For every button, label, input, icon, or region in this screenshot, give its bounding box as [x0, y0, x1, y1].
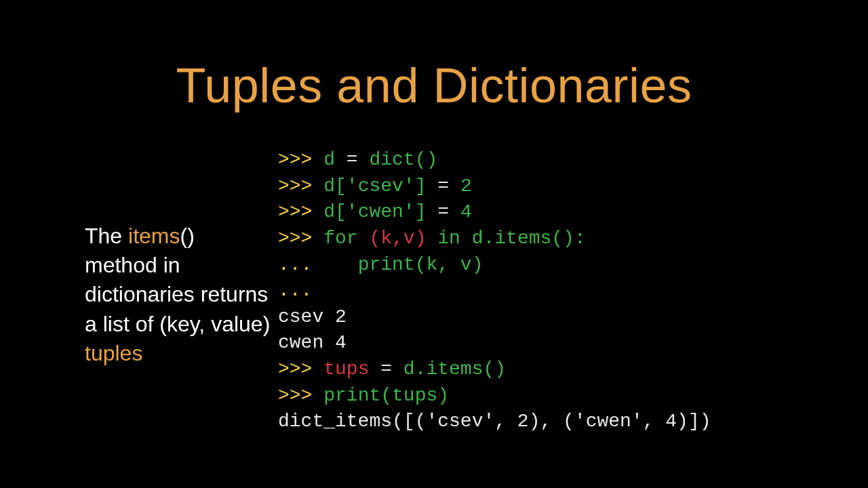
prompt: >>> — [278, 201, 323, 222]
code-token: 2 — [460, 176, 472, 197]
prompt: >>> — [278, 385, 323, 406]
code-token: dict() — [369, 149, 437, 170]
code-token: d.items() — [403, 359, 506, 380]
prompt: ... — [278, 254, 358, 275]
desc-tuples: tuples — [85, 341, 142, 365]
code-token: in — [426, 228, 471, 249]
code-token: tups — [323, 359, 369, 380]
description-text: The items() method in dictionaries retur… — [85, 222, 271, 368]
code-token: d.items(): — [472, 228, 586, 249]
code-block: >>> d = dict() >>> d['csev'] = 2 >>> d['… — [278, 147, 868, 435]
prompt: ... — [278, 280, 312, 301]
code-token: 4 — [460, 201, 472, 222]
code-token: = — [369, 359, 403, 380]
slide: Tuples and Dictionaries The items() meth… — [0, 0, 868, 488]
desc-part1: The — [85, 224, 128, 248]
prompt: >>> — [278, 176, 323, 197]
code-token: = — [426, 176, 460, 197]
code-column: >>> d = dict() >>> d['csev'] = 2 >>> d['… — [271, 147, 868, 435]
code-token: (k,v) — [369, 228, 426, 249]
code-token: = — [426, 201, 460, 222]
prompt: >>> — [278, 228, 323, 249]
code-output: cwen 4 — [278, 332, 347, 353]
code-token: d['cwen'] — [323, 201, 426, 222]
prompt: >>> — [278, 359, 323, 380]
description-column: The items() method in dictionaries retur… — [0, 147, 271, 435]
desc-items: items — [128, 224, 180, 248]
code-token: for — [323, 228, 369, 249]
content-area: The items() method in dictionaries retur… — [0, 113, 868, 435]
prompt: >>> — [278, 149, 323, 170]
code-output: csev 2 — [278, 306, 347, 327]
code-token: = — [335, 149, 369, 170]
code-token: print(tups) — [323, 385, 449, 406]
code-output: dict_items([('csev', 2), ('cwen', 4)]) — [278, 411, 711, 432]
slide-title: Tuples and Dictionaries — [0, 0, 868, 113]
code-token: print(k, v) — [358, 254, 484, 275]
code-token: d — [323, 149, 335, 170]
code-token: d['csev'] — [323, 176, 426, 197]
